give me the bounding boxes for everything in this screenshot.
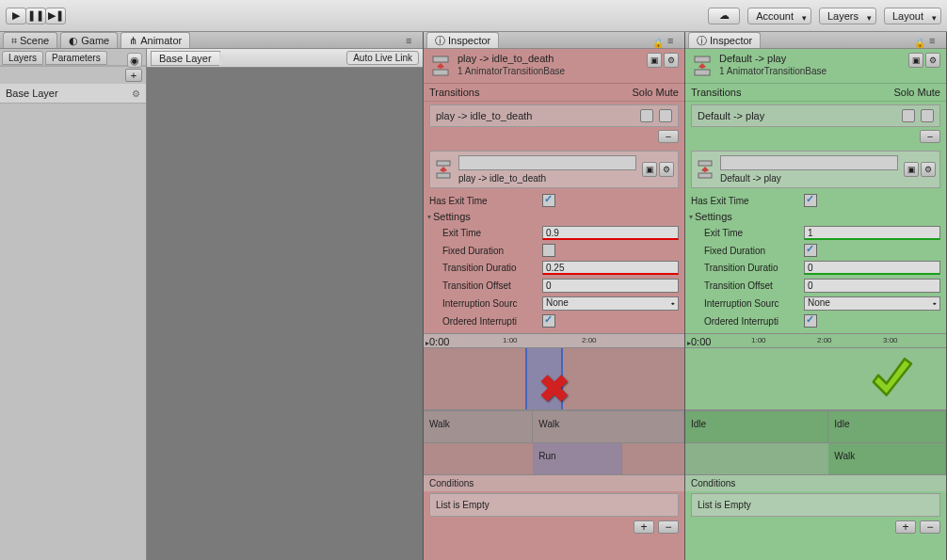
tab-game-label: Game	[81, 35, 109, 46]
has-exit-time-label: Has Exit Time	[691, 196, 800, 206]
solo-checkbox[interactable]	[902, 109, 915, 122]
visibility-button[interactable]: ◉	[127, 53, 142, 68]
settings-foldout[interactable]: Settings	[685, 209, 946, 224]
svg-marker-13	[440, 167, 447, 172]
play-button[interactable]: ▶	[6, 8, 26, 24]
settings-gear-button[interactable]: ⚙	[921, 162, 936, 177]
panel-menu-icon[interactable]: ≡	[406, 35, 419, 48]
settings-label: Settings	[433, 211, 471, 222]
mute-checkbox[interactable]	[921, 109, 934, 122]
svg-rect-11	[437, 161, 450, 166]
remove-transition-button[interactable]: −	[658, 130, 679, 143]
conditions-empty-text: List is Empty	[691, 493, 940, 517]
clip-idle-1[interactable]: Idle	[685, 411, 828, 442]
tick-1: 1:00	[503, 336, 518, 344]
animator-layers-sidebar: Layers Parameters ◉ + Base Layer ⚙	[0, 49, 147, 560]
settings-foldout[interactable]: Settings	[424, 209, 684, 224]
has-exit-time-checkbox[interactable]	[804, 194, 817, 207]
animator-breadcrumb: Base Layer Auto Live Link	[147, 49, 423, 68]
play-controls: ▶ ❚❚ ▶❚	[6, 8, 65, 24]
clip-idle-2[interactable]: Idle	[828, 411, 946, 442]
account-dropdown[interactable]: Account	[747, 8, 811, 24]
panel-menu-icon[interactable]: ≡	[667, 35, 681, 48]
transition-duration-label: Transition Duratio	[429, 263, 538, 273]
settings-gear-button[interactable]: ⚙	[659, 162, 674, 177]
clip-walk-1[interactable]: Walk	[424, 411, 533, 442]
transition-offset-input[interactable]	[542, 279, 679, 293]
tab-inspector-a[interactable]: ⓘInspector	[426, 32, 499, 48]
cloud-button[interactable]: ☁	[708, 8, 740, 24]
remove-condition-button[interactable]: −	[920, 520, 940, 534]
tab-inspector-b[interactable]: ⓘInspector	[688, 32, 761, 48]
transition-offset-input[interactable]	[804, 279, 940, 293]
inspector-icon: ⓘ	[435, 34, 445, 48]
solo-label: Solo	[893, 87, 914, 98]
step-button[interactable]: ▶❚	[45, 8, 66, 24]
transition-offset-label: Transition Offset	[691, 280, 800, 291]
transition-duration-input[interactable]	[804, 261, 940, 275]
layers-tab[interactable]: Layers	[2, 51, 43, 65]
fixed-duration-checkbox[interactable]	[804, 244, 817, 257]
transition-timeline-a[interactable]: ▸0:00 1:00 2:00 ✖ Walk Walk Run	[424, 333, 684, 474]
transitions-header-row: Transitions Solo Mute	[424, 84, 684, 102]
clip-walk-2[interactable]: Walk	[533, 411, 684, 442]
exit-time-input[interactable]	[542, 226, 679, 240]
inspectorA-subtitle: 1 AnimatorTransitionBase	[457, 66, 641, 76]
tab-animator[interactable]: ⋔Animator	[120, 32, 190, 48]
lock-icon[interactable]: 🔒	[652, 38, 664, 48]
transition-offset-label: Transition Offset	[429, 280, 538, 291]
settings-gear-button[interactable]: ⚙	[664, 53, 679, 68]
interruption-source-select[interactable]: None	[542, 296, 679, 311]
add-condition-button[interactable]: +	[634, 520, 654, 534]
tick-2: 2:00	[582, 336, 597, 344]
clip-run[interactable]: Run	[533, 443, 621, 474]
conditions-header: Conditions	[424, 474, 684, 491]
ordered-interrupt-checkbox	[542, 314, 555, 328]
settings-gear-button[interactable]: ⚙	[925, 53, 940, 68]
layout-dropdown[interactable]: Layout	[884, 8, 941, 24]
has-exit-time-checkbox[interactable]	[542, 194, 555, 207]
solo-checkbox[interactable]	[640, 109, 653, 122]
exit-time-input[interactable]	[804, 226, 940, 240]
parameters-tab[interactable]: Parameters	[45, 51, 107, 65]
reference-button[interactable]: ▣	[647, 53, 662, 68]
transition-list-item-a[interactable]: play -> idle_to_death	[429, 104, 679, 127]
gear-icon[interactable]: ⚙	[132, 88, 140, 99]
reference-button[interactable]: ▣	[642, 162, 657, 177]
layers-dropdown[interactable]: Layers	[819, 8, 876, 24]
fixed-duration-label: Fixed Duration	[429, 246, 538, 256]
inspectorB-tab-bar: ⓘInspector 🔒 ≡	[685, 32, 946, 49]
svg-rect-14	[695, 56, 710, 62]
mute-checkbox[interactable]	[659, 109, 672, 122]
transition-icon	[696, 159, 714, 180]
transition-timeline-b[interactable]: ▸0:00 1:00 2:00 3:00 Idle Idle Walk	[685, 333, 946, 474]
breadcrumb-item[interactable]: Base Layer	[151, 51, 220, 66]
tab-game[interactable]: ◐Game	[60, 32, 118, 48]
lock-icon[interactable]: 🔒	[914, 38, 925, 48]
transition-item-label: Default -> play	[698, 110, 764, 121]
panel-menu-icon[interactable]: ≡	[929, 35, 942, 48]
svg-rect-15	[695, 70, 710, 75]
ordered-interrupt-checkbox	[804, 314, 817, 328]
tick-3: 3:00	[883, 336, 898, 344]
transition-duration-input[interactable]	[542, 261, 679, 275]
transition-name-input[interactable]	[720, 155, 898, 170]
auto-live-link-toggle[interactable]: Auto Live Link	[346, 51, 419, 65]
reference-button[interactable]: ▣	[904, 162, 919, 177]
add-condition-button[interactable]: +	[895, 520, 916, 534]
interruption-source-select[interactable]: None	[804, 296, 940, 311]
add-layer-button[interactable]: +	[125, 69, 142, 82]
interruption-source-label: Interruption Sourc	[429, 298, 538, 309]
remove-transition-button[interactable]: −	[920, 130, 940, 143]
base-layer-row[interactable]: Base Layer ⚙	[0, 84, 146, 104]
clip-walk-b[interactable]: Walk	[828, 443, 946, 474]
base-layer-label: Base Layer	[6, 88, 58, 99]
pause-button[interactable]: ❚❚	[25, 8, 46, 24]
remove-condition-button[interactable]: −	[658, 520, 679, 534]
transition-name-input[interactable]	[458, 155, 636, 170]
fixed-duration-checkbox[interactable]	[542, 244, 555, 257]
reference-button[interactable]: ▣	[908, 53, 923, 68]
inspectorA-title: play -> idle_to_death	[457, 53, 641, 64]
tab-scene[interactable]: ⌗Scene	[3, 32, 57, 48]
transition-list-item-b[interactable]: Default -> play	[691, 104, 940, 127]
